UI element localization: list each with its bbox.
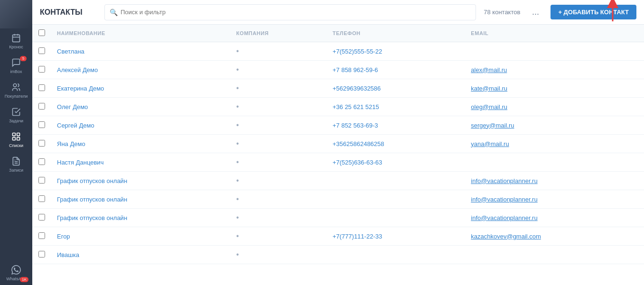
row-checkbox[interactable]	[38, 47, 45, 54]
sidebar-item-whatsapp[interactable]: WhatsApp 1K	[0, 260, 32, 285]
email-link[interactable]: alex@mail.ru	[471, 66, 507, 74]
company-dot: •	[236, 250, 239, 258]
table-row: Настя Данцевич•+7(525)636-63-63	[32, 153, 644, 172]
row-checkbox[interactable]	[38, 66, 45, 73]
row-checkbox[interactable]	[38, 232, 45, 239]
contact-name[interactable]: График отпусков онлайн	[57, 196, 127, 203]
select-all-checkbox[interactable]	[38, 29, 45, 36]
email-link[interactable]: info@vacationplanner.ru	[471, 196, 537, 203]
table-row: Олег Демо•+36 25 621 5215oleg@mail.ru	[32, 98, 644, 116]
email-link[interactable]: yana@mail.ru	[471, 140, 509, 147]
email-link[interactable]: info@vacationplanner.ru	[471, 177, 537, 184]
whatsapp-badge: 1K	[20, 277, 28, 282]
row-checkbox[interactable]	[38, 195, 45, 202]
contact-name[interactable]: Егор	[57, 233, 70, 240]
sidebar-label-kronos: Кронос	[9, 45, 23, 49]
search-input[interactable]	[121, 9, 471, 16]
contact-name[interactable]: Светлана	[57, 48, 84, 55]
company-dot: •	[236, 176, 239, 184]
svg-rect-0	[13, 35, 20, 42]
header-company: КОМПАНИЯ	[231, 25, 327, 42]
contacts-table: НАИМЕНОВАНИЕ КОМПАНИЯ ТЕЛЕФОН EMAIL Свет…	[32, 25, 644, 264]
row-checkbox[interactable]	[38, 121, 45, 128]
sidebar-label-lists: Списки	[9, 143, 23, 148]
sidebar-item-buyers[interactable]: Покупатели	[0, 78, 32, 102]
contact-name[interactable]: Олег Демо	[57, 103, 88, 110]
company-dot: •	[236, 139, 239, 147]
email-link[interactable]: sergey@mail.ru	[471, 122, 514, 129]
svg-rect-8	[17, 138, 20, 140]
table-body: Светлана•+7(552)555-55-22Алексей Демо•+7…	[32, 42, 644, 264]
contact-name[interactable]: График отпусков онлайн	[57, 177, 127, 184]
phone-link[interactable]: +7 858 962-59-6	[333, 66, 378, 74]
table-row: Светлана•+7(552)555-55-22	[32, 42, 644, 61]
check-icon	[10, 106, 22, 118]
email-link[interactable]: oleg@mail.ru	[471, 103, 507, 110]
row-checkbox[interactable]	[38, 158, 45, 165]
contact-name[interactable]: Алексей Демо	[57, 66, 98, 74]
sidebar-item-records[interactable]: Записи	[0, 152, 32, 176]
row-checkbox[interactable]	[38, 84, 45, 91]
phone-link[interactable]: +7(552)555-55-22	[333, 48, 382, 55]
calendar-icon	[10, 32, 22, 44]
table-row: График отпусков онлайн•info@vacationplan…	[32, 172, 644, 190]
contact-name[interactable]: Ивашка	[57, 251, 79, 258]
email-link[interactable]: kazachkovev@gmail.com	[471, 233, 541, 240]
table-row: Алексей Демо•+7 858 962-59-6alex@mail.ru	[32, 61, 644, 79]
sidebar-top-image	[0, 0, 32, 28]
contact-name[interactable]: График отпусков онлайн	[57, 214, 127, 221]
row-checkbox[interactable]	[38, 214, 45, 221]
table-row: Сергей Демо•+7 852 563-69-3sergey@mail.r…	[32, 116, 644, 135]
company-dot: •	[236, 232, 239, 240]
sidebar-item-imbox[interactable]: 5 imBox	[0, 53, 32, 78]
table-row: График отпусков онлайн•info@vacationplan…	[32, 190, 644, 209]
svg-point-4	[13, 84, 17, 87]
sidebar-item-kronos[interactable]: Кронос	[0, 28, 32, 53]
header-email: EMAIL	[465, 25, 644, 42]
company-dot: •	[236, 158, 239, 166]
header-phone: ТЕЛЕФОН	[327, 25, 466, 42]
company-dot: •	[236, 84, 239, 92]
search-box[interactable]: 🔍	[104, 4, 476, 20]
people-icon	[10, 82, 22, 93]
sidebar-label-buyers: Покупатели	[5, 94, 28, 99]
email-link[interactable]: kate@mail.ru	[471, 85, 507, 92]
company-dot: •	[236, 121, 239, 129]
sidebar-item-lists[interactable]: Списки	[0, 127, 32, 152]
phone-link[interactable]: +35625862486258	[333, 140, 384, 147]
company-dot: •	[236, 102, 239, 110]
search-icon: 🔍	[110, 9, 118, 16]
company-dot: •	[236, 65, 239, 74]
contact-name[interactable]: Яна Демо	[57, 140, 85, 147]
phone-link[interactable]: +7(525)636-63-63	[333, 159, 382, 166]
phone-link[interactable]: +36 25 621 5215	[333, 103, 379, 110]
contacts-count: 78 контактов	[484, 9, 520, 16]
row-checkbox[interactable]	[38, 103, 45, 110]
phone-link[interactable]: +7 852 563-69-3	[333, 122, 378, 129]
main-content: КОНТАКТЫ 🔍 78 контактов ... + ДОБАВИТЬ К…	[32, 0, 644, 285]
phone-link[interactable]: +7(777)111-22-33	[333, 233, 382, 240]
svg-rect-5	[13, 133, 16, 136]
row-checkbox[interactable]	[38, 177, 45, 184]
sidebar-item-tasks[interactable]: Задачи	[0, 102, 32, 127]
contacts-table-container: НАИМЕНОВАНИЕ КОМПАНИЯ ТЕЛЕФОН EMAIL Свет…	[32, 25, 644, 285]
add-contact-button[interactable]: + ДОБАВИТЬ КОНТАКТ	[551, 5, 636, 19]
sidebar-label-tasks: Задачи	[9, 119, 23, 123]
contact-name[interactable]: Екатерина Демо	[57, 85, 104, 92]
sidebar-label-imbox: imBox	[10, 69, 22, 74]
contact-name[interactable]: Настя Данцевич	[57, 159, 103, 166]
header-checkbox	[32, 25, 51, 42]
table-row: Егор•+7(777)111-22-33kazachkovev@gmail.c…	[32, 227, 644, 246]
row-checkbox[interactable]	[38, 251, 45, 257]
email-link[interactable]: info@vacationplanner.ru	[471, 214, 537, 221]
contact-name[interactable]: Сергей Демо	[57, 122, 94, 129]
row-checkbox[interactable]	[38, 140, 45, 147]
company-dot: •	[236, 213, 239, 221]
phone-link[interactable]: +5629639632586	[333, 85, 381, 92]
header-name: НАИМЕНОВАНИЕ	[51, 25, 231, 42]
more-options-button[interactable]: ...	[528, 5, 543, 20]
company-dot: •	[236, 195, 239, 203]
table-row: Яна Демо•+35625862486258yana@mail.ru	[32, 135, 644, 153]
imbox-badge: 5	[20, 56, 27, 61]
table-row: График отпусков онлайн•info@vacationplan…	[32, 209, 644, 227]
